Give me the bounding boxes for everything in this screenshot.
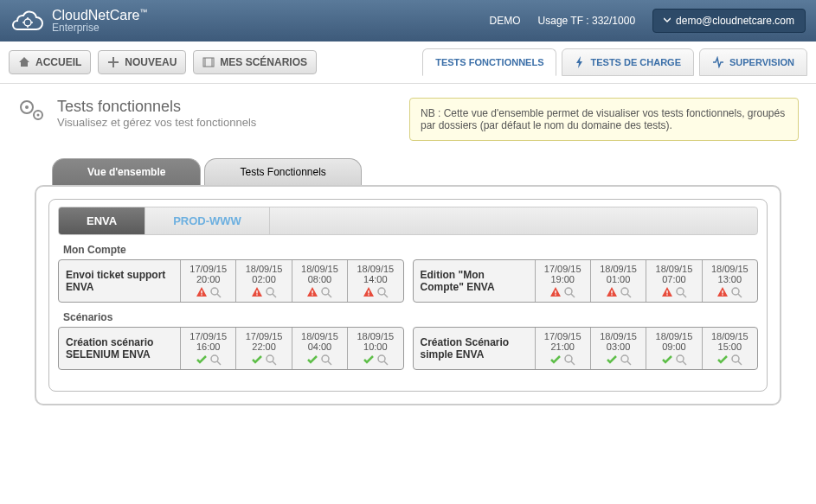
svg-point-26 [677, 288, 684, 295]
check-icon [661, 354, 673, 366]
gears-icon [17, 98, 47, 124]
magnifier-icon[interactable] [265, 354, 277, 366]
test-run-slot[interactable]: 18/09/1502:00 [235, 260, 291, 302]
cloud-icon [10, 9, 45, 33]
test-run-slot[interactable]: 17/09/1522:00 [235, 328, 291, 369]
tab-load-tests[interactable]: TESTS DE CHARGE [562, 48, 694, 76]
nav-new[interactable]: NOUVEAU [98, 50, 186, 74]
slot-date: 18/09/15 [238, 264, 289, 274]
magnifier-icon[interactable] [563, 286, 575, 298]
user-dropdown[interactable]: demo@cloudnetcare.com [652, 9, 806, 33]
slot-time: 09:00 [648, 341, 699, 352]
test-name: Edition "Mon Compte" ENVA [414, 260, 535, 302]
test-run-slot[interactable]: 18/09/1507:00 [646, 260, 701, 302]
magnifier-icon[interactable] [320, 286, 332, 298]
magnifier-icon[interactable] [730, 354, 742, 366]
check-icon [196, 354, 208, 366]
svg-point-36 [677, 355, 684, 362]
svg-point-29 [732, 288, 739, 295]
tab-functional-tests[interactable]: TESTS FONCTIONNELS [422, 48, 556, 76]
svg-point-23 [621, 288, 628, 295]
slot-time: 04:00 [294, 341, 345, 352]
magnifier-icon[interactable] [563, 354, 575, 366]
slot-time: 14:00 [350, 274, 401, 284]
slot-date: 18/09/15 [648, 264, 699, 274]
magnifier-icon[interactable] [209, 354, 222, 366]
magnifier-icon[interactable] [376, 286, 389, 298]
svg-point-31 [267, 355, 273, 362]
test-run-slot[interactable]: 18/09/1504:00 [292, 328, 347, 369]
user-email: demo@cloudnetcare.com [676, 15, 794, 27]
test-card[interactable]: Création Scénario simple ENVA 17/09/1521… [413, 327, 759, 370]
svg-point-8 [211, 288, 218, 295]
test-run-slot[interactable]: 18/09/1509:00 [646, 328, 701, 369]
magnifier-icon[interactable] [675, 286, 687, 298]
slot-time: 13:00 [704, 274, 755, 284]
brand-edition: Enterprise [52, 22, 147, 34]
magnifier-icon[interactable] [620, 354, 632, 366]
slot-date: 18/09/15 [350, 331, 401, 341]
test-card[interactable]: Edition "Mon Compte" ENVA 17/09/1519:001… [413, 259, 759, 303]
test-card[interactable]: Création scénario SELENIUM ENVA 17/09/15… [58, 327, 404, 370]
check-icon [306, 354, 318, 366]
check-icon [363, 354, 375, 366]
page-title: Tests fonctionnels [57, 98, 256, 116]
test-name: Création scénario SELENIUM ENVA [59, 328, 180, 369]
folder-prod-www[interactable]: PROD-WWW [145, 207, 270, 234]
test-name: Envoi ticket support ENVA [59, 260, 180, 302]
warning-icon [363, 286, 375, 298]
folder-enva[interactable]: ENVA [59, 207, 145, 234]
magnifier-icon[interactable] [265, 286, 277, 298]
magnifier-icon[interactable] [620, 286, 632, 298]
slot-time: 07:00 [648, 274, 699, 284]
test-run-slot[interactable]: 18/09/1510:00 [347, 328, 402, 369]
test-run-slot[interactable]: 17/09/1516:00 [180, 328, 235, 369]
svg-point-17 [378, 288, 385, 295]
magnifier-icon[interactable] [376, 354, 389, 366]
svg-rect-28 [723, 294, 723, 295]
test-run-slot[interactable]: 17/09/1521:00 [535, 328, 590, 369]
magnifier-icon[interactable] [730, 286, 742, 298]
subtab-overview[interactable]: Vue d'ensemble [52, 158, 201, 185]
svg-point-3 [25, 105, 29, 109]
test-run-slot[interactable]: 18/09/1501:00 [590, 260, 646, 302]
test-run-slot[interactable]: 17/09/1519:00 [535, 260, 590, 302]
slot-date: 18/09/15 [593, 331, 644, 341]
slot-date: 18/09/15 [294, 331, 345, 341]
warning-icon [196, 286, 208, 298]
plus-icon [107, 56, 119, 68]
magnifier-icon[interactable] [675, 354, 687, 366]
slot-date: 18/09/15 [704, 331, 755, 341]
svg-rect-7 [201, 294, 202, 295]
subtab-functional-tests[interactable]: Tests Fonctionnels [204, 158, 361, 185]
svg-rect-25 [666, 294, 667, 295]
test-run-slot[interactable]: 17/09/1520:00 [180, 260, 235, 302]
nav-scenarios[interactable]: MES SCÉNARIOS [193, 50, 317, 74]
svg-point-5 [37, 114, 40, 117]
svg-rect-12 [312, 290, 313, 294]
slot-date: 17/09/15 [183, 264, 234, 274]
slot-time: 22:00 [238, 341, 289, 352]
slot-time: 08:00 [294, 274, 345, 284]
slot-time: 20:00 [183, 274, 234, 284]
logo[interactable]: CloudNetCare™ Enterprise [10, 8, 147, 35]
test-run-slot[interactable]: 18/09/1513:00 [702, 260, 757, 302]
magnifier-icon[interactable] [320, 354, 332, 366]
test-run-slot[interactable]: 18/09/1515:00 [702, 328, 757, 369]
tab-supervision[interactable]: SUPERVISION [699, 48, 807, 76]
usage-label: Usage TF : 332/1000 [538, 15, 636, 27]
svg-rect-15 [368, 290, 369, 294]
svg-rect-6 [201, 290, 202, 294]
test-run-slot[interactable]: 18/09/1514:00 [347, 260, 402, 302]
test-run-slot[interactable]: 18/09/1503:00 [590, 328, 646, 369]
slot-date: 18/09/15 [350, 264, 401, 274]
svg-rect-21 [611, 290, 612, 294]
nav-home[interactable]: ACCUEIL [9, 50, 91, 74]
test-run-slot[interactable]: 18/09/1508:00 [292, 260, 347, 302]
page-subtitle: Visualisez et gérez vos test fonctionnel… [57, 116, 256, 129]
svg-point-35 [621, 355, 628, 362]
svg-point-20 [565, 288, 572, 295]
slot-date: 18/09/15 [704, 264, 755, 274]
magnifier-icon[interactable] [209, 286, 222, 298]
test-card[interactable]: Envoi ticket support ENVA 17/09/1520:001… [58, 259, 404, 303]
